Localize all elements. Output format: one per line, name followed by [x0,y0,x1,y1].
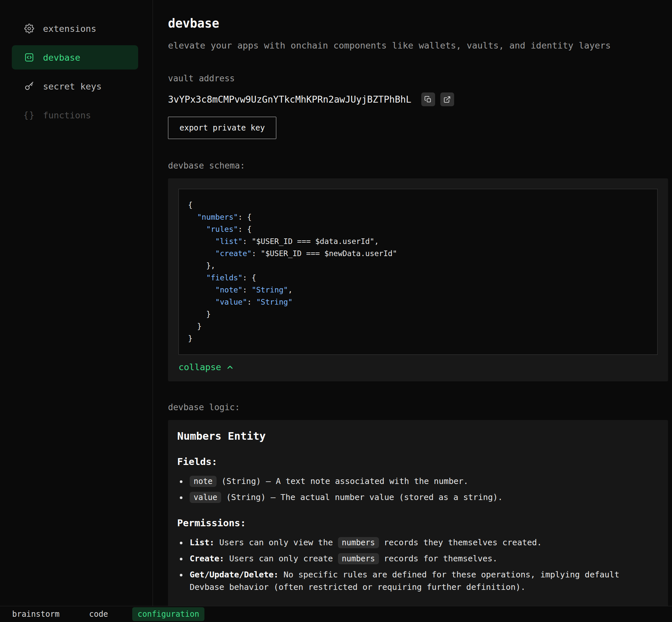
code-line: "value": "String" [188,296,651,308]
collapse-button[interactable]: collapse [179,362,234,372]
logic-sections: Fields:note (String) — A text note assoc… [177,456,656,606]
footer-tab-code[interactable]: code [84,607,114,621]
logic-bullet: Create: Users can only create numbers re… [187,552,656,565]
page-subtitle: elevate your apps with onchain component… [168,40,668,50]
code-line: } [188,333,651,345]
logic-bullet-list: note (String) — A text note associated w… [177,475,656,504]
key-icon [24,81,34,92]
code-line: "create": "$USER_ID === $newData.userId" [188,247,651,260]
braces-icon: {} [24,110,34,120]
copy-address-button[interactable] [421,93,435,106]
code-line: "fields": { [188,272,651,284]
external-link-icon [443,96,451,103]
schema-code-block: { "numbers": { "rules": { "list": "$USER… [179,189,658,355]
open-external-button[interactable] [440,93,454,106]
page-title: devbase [168,16,668,31]
logic-panel: Numbers Entity Fields:note (String) — A … [168,420,668,606]
logic-bullet: Get/Update/Delete: No specific rules are… [187,568,656,593]
logic-section-heading: Permissions: [177,517,656,528]
vault-address-value: 3vYPx3c8mCMPvw9UzGnYTkcMhKPRn2awJUyjBZTP… [168,94,412,105]
main-content: devbase elevate your apps with onchain c… [153,0,672,606]
code-line: }, [188,260,651,272]
code-box-icon [24,52,34,63]
sidebar-item-label: functions [43,110,91,120]
copy-icon [424,96,432,103]
code-line: } [188,320,651,333]
logic-bullet: note (String) — A text note associated w… [187,475,656,488]
vault-address-row: 3vYPx3c8mCMPvw9UzGnYTkcMhKPRn2awJUyjBZTP… [168,93,668,106]
code-line: "numbers": { [188,211,651,223]
chevron-up-icon [226,363,234,372]
code-line: } [188,308,651,320]
collapse-label: collapse [179,362,221,372]
gear-icon [24,23,34,34]
sidebar-item-label: extensions [43,24,96,34]
code-line: "note": "String", [188,284,651,296]
logic-bullet-list: List: Users can only view the numbers re… [177,537,656,593]
logic-label: devbase logic: [168,402,668,412]
sidebar-item-label: devbase [43,53,81,63]
sidebar-item-label: secret keys [43,81,102,92]
sidebar-item-functions[interactable]: {}functions [12,103,138,127]
footer-tab-brainstorm[interactable]: brainstorm [7,607,65,621]
logic-entity-title: Numbers Entity [177,430,656,442]
logic-bullet: List: Users can only view the numbers re… [187,537,656,549]
sidebar-nav: extensionsdevbasesecret keys{}functions [0,16,153,127]
app-window: extensionsdevbasesecret keys{}functions … [0,0,672,606]
sidebar-item-devbase[interactable]: devbase [12,45,138,70]
footer-tab-configuration[interactable]: configuration [132,607,204,621]
sidebar: extensionsdevbasesecret keys{}functions [0,0,153,606]
sidebar-item-extensions[interactable]: extensions [12,16,138,41]
schema-panel: { "numbers": { "rules": { "list": "$USER… [168,178,668,381]
sidebar-item-secret-keys[interactable]: secret keys [12,74,138,98]
export-private-key-button[interactable]: export private key [168,117,276,139]
code-line: { [188,199,651,211]
schema-label: devbase schema: [168,161,668,171]
vault-address-label: vault address [168,73,668,83]
code-line: "rules": { [188,223,651,235]
code-line: "list": "$USER_ID === $data.userId", [188,235,651,247]
footer-tab-bar: brainstormcodeconfiguration [0,606,672,622]
logic-bullet: value (String) — The actual number value… [187,491,656,504]
logic-section-heading: Fields: [177,456,656,467]
